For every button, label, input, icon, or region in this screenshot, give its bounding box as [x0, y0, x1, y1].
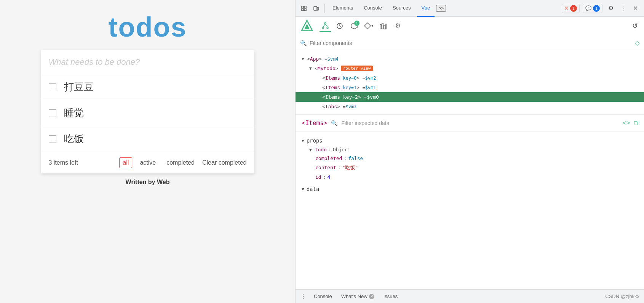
todo-item-text-3: 吃饭	[64, 132, 84, 146]
inspector-panel: <Items> 🔍 Filter inspected data <> ⧉ ▼ p…	[296, 115, 644, 289]
device-toggle-icon[interactable]	[311, 3, 321, 14]
tree-row-tabs[interactable]: <Tabs > = $vm3	[296, 102, 644, 111]
filter-bar: 🔍 ◇	[296, 35, 644, 51]
error-count-badge: 1	[570, 5, 577, 12]
inspector-header: <Items> 🔍 Filter inspected data <> ⧉	[296, 115, 644, 131]
bottom-console-tab[interactable]: Console	[312, 293, 334, 299]
id-key: id	[315, 174, 321, 180]
tab-sources[interactable]: Sources	[388, 0, 415, 17]
history-icon[interactable]	[334, 20, 346, 32]
written-by-text: Written by Web	[41, 173, 254, 191]
svg-rect-3	[304, 9, 306, 11]
svg-rect-0	[302, 6, 304, 8]
list-item: 睡觉	[41, 100, 254, 126]
filter-completed-button[interactable]: completed	[163, 158, 198, 168]
more-options-icon[interactable]: ⋮	[618, 3, 628, 14]
performance-icon[interactable]	[377, 20, 389, 32]
data-section-header[interactable]: ▼ data	[296, 184, 644, 194]
inspector-data: ▼ props ▼ todo : Object completed : fals…	[296, 131, 644, 289]
todo-input-area[interactable]: What needs to be done?	[41, 50, 254, 74]
content-value: "吃饭"	[342, 164, 358, 171]
vue-refresh-button[interactable]: ↺	[631, 20, 639, 32]
todo-sub-toggle[interactable]: ▼	[309, 147, 312, 152]
inspector-search-icon: 🔍	[331, 120, 337, 126]
completed-value: false	[348, 156, 363, 161]
items-left-count: 3 items left	[49, 159, 115, 166]
svg-point-8	[324, 22, 326, 24]
todo-key: todo	[315, 147, 327, 152]
error-badge-group[interactable]: ✕ 1	[562, 4, 580, 13]
tree-row-items-0[interactable]: <Items key=0> = $vm2	[296, 73, 644, 83]
bottom-menu-icon[interactable]: ⋮	[300, 293, 306, 300]
svg-rect-2	[302, 9, 304, 11]
tab-console[interactable]: Console	[359, 0, 387, 17]
filter-all-button[interactable]: all	[119, 157, 132, 168]
tree-row-mytodo[interactable]: ▼ <Mytodo> router-view	[296, 64, 644, 73]
bottom-whats-new-tab[interactable]: What's New ✕	[340, 293, 376, 299]
todo-checkbox-3[interactable]	[49, 135, 56, 143]
toolbar-separator	[324, 4, 325, 13]
devtools-topbar: Elements Console Sources Vue >> ✕ 1 💬 1 …	[296, 0, 644, 17]
id-row: id : 4	[296, 173, 644, 181]
filter-active-button[interactable]: active	[137, 158, 159, 168]
tree-toggle-app[interactable]: ▼	[302, 56, 307, 61]
props-toggle-icon[interactable]: ▼	[302, 138, 304, 143]
component-tree-icon[interactable]	[319, 20, 331, 32]
data-section: ▼ data	[296, 184, 644, 194]
tree-toggle-items1	[317, 85, 322, 90]
todo-main: What needs to be done? 打豆豆 睡觉 吃饭	[41, 50, 254, 152]
component-tree: ▼ <App> = $vm4 ▼ <Mytodo> router-view <I…	[296, 51, 644, 115]
bottom-bar: ⋮ Console What's New ✕ Issues CSDN @zjnk…	[296, 289, 644, 303]
todo-checkbox-2[interactable]	[49, 109, 56, 117]
svg-line-11	[323, 24, 325, 27]
svg-marker-15	[364, 23, 371, 29]
target-icon[interactable]: ◇	[635, 39, 639, 46]
props-section-header[interactable]: ▼ props	[296, 136, 644, 145]
svg-rect-18	[384, 25, 385, 29]
props-section-label: props	[307, 138, 323, 144]
tab-elements[interactable]: Elements	[328, 0, 358, 17]
todo-title: todos	[109, 11, 187, 43]
todo-footer: 3 items left all active completed Clear …	[41, 152, 254, 173]
list-item: 吃饭	[41, 126, 254, 152]
message-icon: 💬	[585, 5, 591, 11]
content-row: content : "吃饭"	[296, 163, 644, 173]
router-icon[interactable]: ▾	[363, 20, 375, 32]
inspector-open-icon[interactable]: ⧉	[634, 120, 638, 127]
todo-item-text-2: 睡觉	[64, 106, 84, 120]
tree-toggle-items0	[317, 75, 322, 80]
inspector-code-icon[interactable]: <>	[623, 120, 630, 127]
tree-row-items-2[interactable]: <Items key=2> = $vm0	[296, 92, 644, 102]
todo-app: todos What needs to be done? 打豆豆 睡觉 吃饭 3…	[0, 0, 295, 303]
filter-components-input[interactable]	[310, 40, 632, 46]
todo-checkbox-1[interactable]	[49, 83, 56, 91]
data-toggle-icon[interactable]: ▼	[302, 187, 304, 192]
vue-logo	[300, 19, 314, 33]
whats-new-close-icon[interactable]: ✕	[369, 294, 374, 299]
svg-rect-1	[304, 6, 306, 8]
props-section: ▼ props ▼ todo : Object completed : fals…	[296, 136, 644, 181]
svg-rect-5	[317, 7, 318, 10]
bottom-issues-tab[interactable]: Issues	[382, 293, 400, 299]
todo-type: Object	[333, 147, 351, 152]
inspector-filter-placeholder[interactable]: Filter inspected data	[341, 120, 619, 126]
svg-rect-19	[386, 24, 386, 29]
message-badge-group[interactable]: 💬 1	[583, 4, 602, 13]
tree-row-app[interactable]: ▼ <App> = $vm4	[296, 54, 644, 64]
tab-more-button[interactable]: >>	[436, 5, 446, 12]
tree-toggle-mytodo[interactable]: ▼	[309, 66, 315, 71]
tab-vue[interactable]: Vue	[417, 0, 435, 17]
tree-row-items-1[interactable]: <Items key=1> = $vm1	[296, 83, 644, 92]
completed-row: completed : false	[296, 154, 644, 163]
devtools-panel: Elements Console Sources Vue >> ✕ 1 💬 1 …	[295, 0, 644, 303]
bottom-brand: CSDN @zjnkkx	[605, 293, 639, 299]
list-item: 打豆豆	[41, 74, 254, 100]
vue-settings-icon[interactable]: ⚙	[392, 20, 404, 32]
vuex-icon[interactable]: 1	[348, 20, 360, 32]
clear-completed-button[interactable]: Clear completed	[202, 159, 247, 166]
settings-icon[interactable]: ⚙	[606, 3, 616, 14]
svg-point-9	[322, 27, 324, 29]
inspect-element-icon[interactable]	[299, 3, 309, 14]
close-devtools-button[interactable]: ✕	[630, 3, 641, 13]
data-section-label: data	[307, 186, 320, 192]
